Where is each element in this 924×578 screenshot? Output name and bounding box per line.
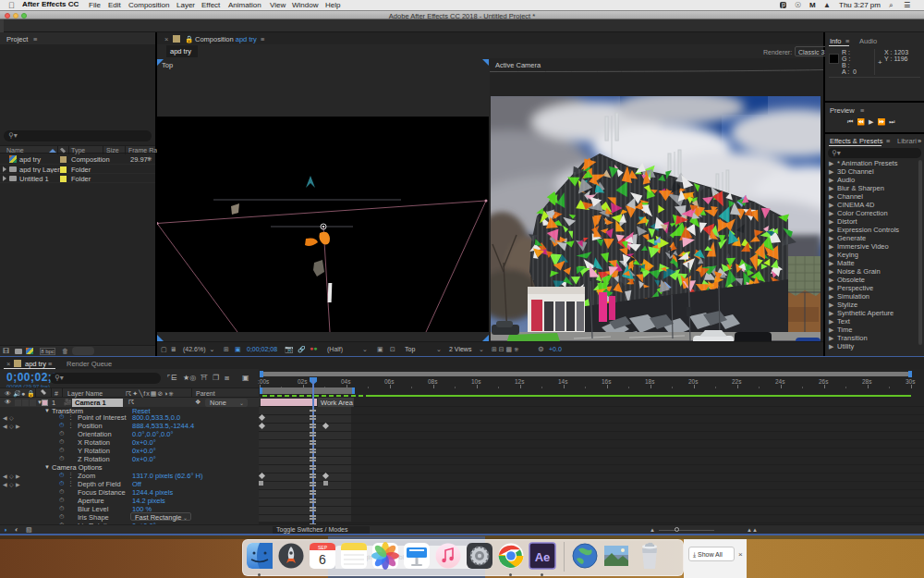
- svg-text:6: 6: [319, 552, 326, 567]
- svg-text:SEP: SEP: [318, 545, 328, 550]
- svg-text:Ae: Ae: [535, 550, 551, 564]
